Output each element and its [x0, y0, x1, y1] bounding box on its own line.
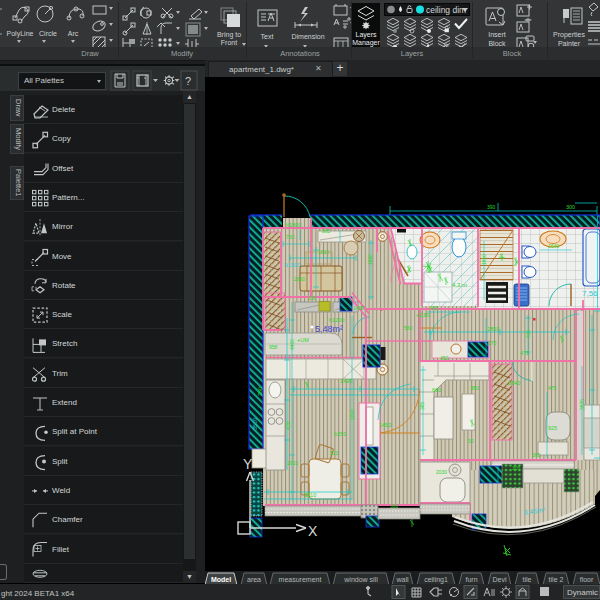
svg-text:865: 865	[322, 228, 331, 234]
svg-text:475: 475	[548, 385, 557, 391]
svg-text:1910: 1910	[318, 249, 329, 255]
svg-text:window sill: window sill	[343, 576, 378, 583]
svg-text:385: 385	[419, 401, 425, 410]
svg-text:390: 390	[487, 204, 496, 210]
svg-text:5,48m²: 5,48m²	[315, 324, 343, 334]
svg-text:Devi: Devi	[492, 576, 506, 583]
svg-text:4400: 4400	[289, 339, 295, 350]
svg-text:1640: 1640	[548, 243, 559, 249]
svg-text:1810: 1810	[481, 254, 487, 265]
svg-text:380: 380	[470, 385, 479, 391]
svg-text:4,3 m: 4,3 m	[452, 282, 467, 288]
svg-text:tile: tile	[523, 576, 532, 583]
svg-text:660: 660	[432, 387, 441, 393]
svg-text:575: 575	[488, 340, 497, 346]
svg-text:350: 350	[257, 387, 263, 396]
svg-text:450: 450	[440, 355, 449, 361]
svg-text:958: 958	[269, 344, 278, 350]
svg-text:+2,80: +2,80	[416, 312, 430, 318]
svg-text:ceiling1: ceiling1	[424, 576, 448, 584]
svg-text:1800: 1800	[349, 409, 355, 420]
svg-text:?: ?	[185, 75, 191, 87]
svg-text:510: 510	[330, 450, 339, 456]
svg-text:Y: Y	[243, 456, 253, 472]
svg-text:tile 2: tile 2	[549, 576, 564, 583]
svg-text:7,56: 7,56	[582, 289, 598, 298]
svg-text:2850: 2850	[487, 326, 499, 332]
svg-text:435: 435	[430, 305, 439, 311]
svg-text:Model: Model	[211, 576, 231, 583]
svg-text:X: X	[308, 523, 318, 539]
svg-text:area: area	[247, 576, 261, 583]
svg-text:wall: wall	[395, 576, 409, 583]
svg-text:250: 250	[308, 295, 317, 301]
svg-text:2030: 2030	[436, 469, 447, 475]
svg-text:50: 50	[468, 438, 474, 444]
svg-text:furn: furn	[465, 576, 477, 583]
svg-text:300: 300	[390, 503, 399, 509]
svg-text:305: 305	[512, 465, 521, 471]
svg-text:3510: 3510	[304, 492, 316, 498]
svg-text:420: 420	[285, 421, 291, 430]
svg-text:925: 925	[548, 425, 557, 431]
svg-text:300: 300	[566, 204, 575, 210]
svg-text:1450: 1450	[379, 422, 391, 428]
svg-text:ceiling dim: ceiling dim	[426, 5, 466, 15]
svg-text:+UM: +UM	[297, 337, 309, 343]
svg-text:3835: 3835	[579, 399, 585, 410]
svg-text:measurement: measurement	[279, 576, 322, 583]
svg-text:560: 560	[404, 325, 413, 331]
svg-text:h250: h250	[334, 431, 346, 437]
svg-text:1495: 1495	[353, 305, 364, 311]
svg-text:N1800: N1800	[285, 222, 301, 228]
svg-text:1910: 1910	[287, 460, 298, 466]
svg-text:365: 365	[532, 452, 541, 458]
svg-text:N1500: N1500	[284, 262, 300, 268]
svg-text:910: 910	[525, 329, 531, 338]
svg-text:1660: 1660	[367, 254, 373, 265]
svg-text:floor: floor	[580, 576, 594, 583]
svg-text:750: 750	[286, 234, 295, 240]
svg-text:1495: 1495	[340, 378, 352, 384]
svg-text:h1200: h1200	[329, 317, 344, 323]
svg-text:3840: 3840	[508, 380, 520, 386]
svg-text:3510: 3510	[252, 418, 258, 430]
svg-text:2860: 2860	[294, 276, 305, 282]
